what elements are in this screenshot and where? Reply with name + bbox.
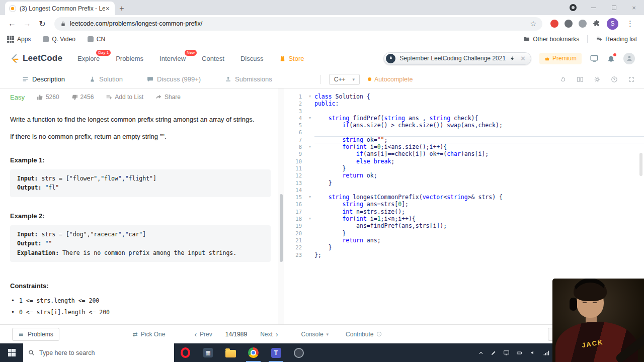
code-line[interactable]: 12 return ok; xyxy=(284,172,644,179)
start-button[interactable] xyxy=(0,343,23,362)
tray-chevron-icon[interactable] xyxy=(478,350,484,356)
code-line[interactable]: 4▾ string findPref(string ans , string c… xyxy=(284,115,644,122)
code-line[interactable]: 7 string ok=""; xyxy=(284,136,644,143)
notifications-bell-icon[interactable] xyxy=(607,54,615,63)
browser-profile-avatar[interactable]: S xyxy=(607,18,618,30)
code-line[interactable]: 16 string ans=strs[0]; xyxy=(284,201,644,208)
code-line[interactable]: 8▾ for(int i=0;i<ans.size();i++){ xyxy=(284,143,644,150)
nav-item-interview[interactable]: Interview New xyxy=(159,55,186,62)
contribute-button[interactable]: Contribute xyxy=(346,331,382,338)
console-toggle[interactable]: Console ▾ xyxy=(301,331,329,338)
reload-button[interactable]: ↻ xyxy=(35,17,49,31)
browser-tab[interactable]: (3) Longest Common Prefix - Le × xyxy=(5,2,115,15)
omnibox[interactable]: leetcode.com/problems/longest-common-pre… xyxy=(54,17,542,31)
next-button[interactable]: Next › xyxy=(260,331,278,338)
code-line[interactable]: 5 if(ans.size() > check.size()) swap(ans… xyxy=(284,122,644,129)
code-line[interactable]: 18▾ for(int i=1;i<n;i++){ xyxy=(284,215,644,222)
extension-icon-1[interactable] xyxy=(565,20,573,28)
teams-icon[interactable]: T xyxy=(265,343,287,362)
tray-network-icon[interactable] xyxy=(543,349,549,356)
dislikes-button[interactable]: 2456 xyxy=(71,94,94,101)
fold-arrow-icon[interactable]: ▾ xyxy=(305,143,314,150)
interview-screen-icon[interactable] xyxy=(590,54,599,63)
fullscreen-icon[interactable] xyxy=(628,76,635,83)
scrollbar-thumb[interactable] xyxy=(280,194,283,262)
bookmark-cn[interactable]: CN xyxy=(88,36,105,43)
nav-item-problems[interactable]: Problems xyxy=(116,55,143,62)
fold-arrow-icon[interactable]: ▾ xyxy=(305,215,314,222)
taskbar-search[interactable]: Type here to search xyxy=(23,343,174,362)
code-line[interactable]: 17 int n=strs.size(); xyxy=(284,208,644,215)
challenge-banner[interactable]: September LeetCoding Challenge 2021 ✕ xyxy=(383,52,531,65)
likes-button[interactable]: 5260 xyxy=(37,94,59,101)
code-line[interactable]: 14 xyxy=(284,187,644,194)
user-avatar[interactable] xyxy=(623,53,635,64)
nav-item-explore[interactable]: Explore Day 1 xyxy=(77,55,100,62)
autocomplete-toggle[interactable]: Autocomplete xyxy=(368,76,413,83)
nav-item-store[interactable]: Store xyxy=(279,55,304,62)
code-line[interactable]: 19 ans=findPref(ans,strs[i]); xyxy=(284,222,644,229)
share-button[interactable]: Share xyxy=(155,94,181,101)
fold-arrow-icon[interactable]: ▾ xyxy=(305,194,314,201)
editor-scrollbar-thumb[interactable] xyxy=(639,153,642,176)
tab-close-icon[interactable]: × xyxy=(105,5,111,12)
tab-solution[interactable]: Solution xyxy=(89,75,123,83)
reading-list-button[interactable]: Reading list xyxy=(596,36,637,43)
back-button[interactable]: ← xyxy=(5,17,19,31)
code-line[interactable]: 21 return ans; xyxy=(284,237,644,244)
challenge-close-icon[interactable]: ✕ xyxy=(520,55,526,62)
tray-display-icon[interactable] xyxy=(503,349,510,356)
code-line[interactable]: 6 xyxy=(284,129,644,136)
code-line[interactable]: 15▾ string longestCommonPrefix(vector<st… xyxy=(284,194,644,201)
browser-menu-icon[interactable]: ⋮ xyxy=(624,19,636,28)
fold-arrow-icon[interactable]: ▾ xyxy=(305,93,314,100)
code-line[interactable]: 23}; xyxy=(284,251,644,258)
file-explorer-icon[interactable] xyxy=(219,343,242,362)
code-line[interactable]: 9 if(ans[i]==check[i]) ok+=(char)ans[i]; xyxy=(284,150,644,157)
tray-battery-icon[interactable] xyxy=(516,350,523,356)
pick-one-button[interactable]: ⇄ Pick One xyxy=(133,331,166,338)
adblock-extension-icon[interactable] xyxy=(550,20,558,28)
code-line[interactable]: 1▾class Solution { xyxy=(284,93,644,100)
tab-discuss[interactable]: Discuss (999+) xyxy=(147,75,201,83)
add-to-list-button[interactable]: Add to List xyxy=(106,94,143,101)
settings-gear-icon[interactable] xyxy=(594,76,601,83)
tab-submissions[interactable]: Submissions xyxy=(225,75,272,83)
other-bookmarks-button[interactable]: Other bookmarks xyxy=(523,36,579,43)
leetcode-logo[interactable]: LeetCode xyxy=(9,53,62,64)
tab-description[interactable]: Description xyxy=(22,75,65,83)
problems-list-button[interactable]: Problems xyxy=(12,328,59,341)
code-line[interactable]: 10 else break; xyxy=(284,158,644,165)
window-minimize-button[interactable] xyxy=(584,0,604,15)
language-select[interactable]: C++ ▾ xyxy=(329,74,360,85)
tray-volume-icon[interactable] xyxy=(530,349,536,356)
code-line[interactable]: 13 } xyxy=(284,179,644,187)
bookmark-star-icon[interactable]: ☆ xyxy=(530,20,536,28)
code-line[interactable]: 2public: xyxy=(284,100,644,107)
window-close-button[interactable]: × xyxy=(624,0,644,15)
split-view-icon[interactable] xyxy=(577,76,584,83)
code-line[interactable]: 3 xyxy=(284,108,644,115)
premium-button[interactable]: Premium xyxy=(539,53,582,64)
code-line[interactable]: 20 } xyxy=(284,230,644,237)
puzzle-extensions-icon[interactable] xyxy=(593,20,601,28)
bookmark-apps[interactable]: Apps xyxy=(7,36,31,43)
opera-icon[interactable] xyxy=(174,343,197,362)
help-icon[interactable] xyxy=(611,76,618,83)
nav-item-contest[interactable]: Contest xyxy=(202,55,224,62)
prev-button[interactable]: ‹ Prev xyxy=(194,331,212,338)
code-line[interactable]: 22 } xyxy=(284,244,644,251)
fold-arrow-icon[interactable]: ▾ xyxy=(305,115,314,122)
forward-button[interactable]: → xyxy=(20,17,34,31)
bookmark-video[interactable]: Q. Video xyxy=(43,36,75,43)
new-tab-button[interactable]: + xyxy=(115,2,129,15)
nav-item-discuss[interactable]: Discuss xyxy=(240,55,264,62)
extension-icon-2[interactable] xyxy=(579,20,587,28)
chrome-icon[interactable] xyxy=(242,343,265,362)
description-scrollbar[interactable] xyxy=(278,88,284,324)
window-maximize-button[interactable] xyxy=(604,0,624,15)
code-line[interactable]: 11 } xyxy=(284,165,644,172)
reset-icon[interactable] xyxy=(559,76,567,83)
tray-pen-icon[interactable] xyxy=(491,350,497,356)
calculator-icon[interactable]: ▦ xyxy=(197,343,219,362)
